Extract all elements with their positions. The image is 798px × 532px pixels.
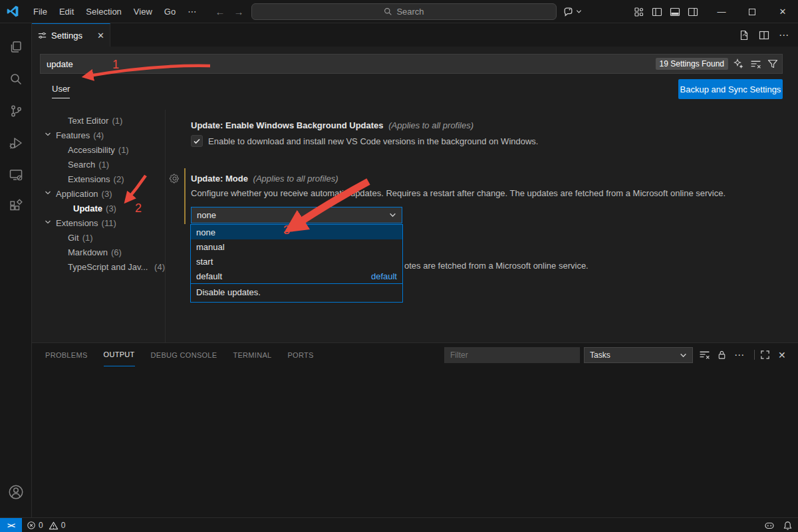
output-filter-box (444, 347, 580, 363)
split-editor-icon[interactable] (759, 30, 769, 41)
nav-back-icon[interactable]: ← (211, 6, 229, 17)
menu-file[interactable]: File (27, 0, 53, 23)
command-center-search[interactable]: Search (251, 3, 557, 20)
update-mode-select-value: none (197, 210, 216, 220)
remote-explorer-icon[interactable] (0, 160, 32, 190)
modified-setting-indicator (184, 168, 186, 224)
background-updates-checkbox[interactable] (191, 135, 203, 147)
update-mode-dropdown: none manual start defaultdefault Disable… (190, 224, 403, 303)
output-filter-input[interactable] (445, 350, 579, 360)
panel-tab-problems[interactable]: PROBLEMS (45, 343, 88, 366)
close-window-button[interactable]: ✕ (768, 0, 797, 23)
scope-tab-user[interactable]: User (52, 84, 70, 98)
menu-edit[interactable]: Edit (53, 0, 80, 23)
toc-item-search[interactable]: Search(1) (40, 157, 165, 172)
menu-go[interactable]: Go (158, 0, 182, 23)
remote-indicator[interactable]: >< (0, 518, 22, 532)
source-control-icon[interactable] (0, 96, 32, 126)
settings-search-input[interactable] (41, 59, 656, 69)
tab-settings[interactable]: Settings ✕ (32, 23, 110, 47)
command-center-placeholder: Search (396, 7, 424, 17)
menu-selection[interactable]: Selection (80, 0, 127, 23)
toc-splitter[interactable] (165, 110, 166, 342)
clear-output-icon[interactable] (699, 343, 710, 366)
errors-count: 0 (39, 521, 43, 530)
warnings-count: 0 (61, 521, 66, 530)
panel-tab-debug-console[interactable]: DEBUG CONSOLE (151, 343, 217, 366)
panel-more-actions-icon[interactable]: ⋯ (734, 343, 744, 366)
copilot-status-icon[interactable] (764, 520, 775, 531)
run-debug-icon[interactable] (0, 128, 32, 158)
copilot-menu-button[interactable] (563, 3, 582, 20)
dropdown-option-manual[interactable]: manual (191, 239, 402, 254)
customize-layout-icon[interactable] (634, 7, 644, 17)
chevron-down-icon (45, 131, 51, 138)
obscured-release-notes-text: otes are fetched from a Microsoft online… (404, 261, 589, 271)
setting-title-background-updates: Update: Enable Windows Background Update… (191, 120, 473, 130)
dropdown-option-default[interactable]: defaultdefault (191, 269, 402, 283)
setting-gear-icon[interactable] (169, 173, 180, 184)
toc-item-features[interactable]: Features(4) (40, 128, 165, 142)
lock-scroll-icon[interactable] (717, 343, 727, 366)
menu-overflow[interactable]: ⋯ (182, 0, 202, 23)
toc-item-application[interactable]: Application(3) (40, 186, 165, 201)
panel-actions-divider (754, 350, 755, 360)
output-channel-select[interactable]: Tasks (584, 347, 693, 363)
accounts-icon[interactable] (0, 477, 32, 507)
settings-toc: Text Editor(1) Features(4) Accessibility… (40, 113, 165, 274)
default-value-tag: default (371, 271, 397, 281)
errors-icon (27, 521, 36, 530)
menu-view[interactable]: View (128, 0, 158, 23)
setting-title-update-mode: Update: Mode (Applies to all profiles) (191, 174, 338, 184)
toggle-secondary-sidebar-icon[interactable] (688, 7, 698, 17)
search-view-icon[interactable] (0, 65, 32, 94)
clear-settings-search-icon[interactable] (750, 59, 761, 70)
toggle-primary-sidebar-icon[interactable] (652, 7, 662, 17)
settings-search-box: 19 Settings Found (40, 54, 783, 74)
explorer-icon[interactable] (0, 33, 32, 62)
tab-label: Settings (51, 31, 82, 41)
toc-item-accessibility[interactable]: Accessibility(1) (40, 142, 165, 157)
filter-settings-icon[interactable] (767, 59, 778, 69)
output-channel-value: Tasks (590, 350, 610, 360)
editor-tab-bar: Settings ✕ ⋯ (32, 23, 798, 47)
open-settings-json-icon[interactable] (739, 30, 749, 41)
update-mode-select[interactable]: none (191, 207, 402, 223)
toc-item-typescript[interactable]: TypeScript and Jav...(4) (40, 259, 165, 274)
toc-item-markdown[interactable]: Markdown(6) (40, 245, 165, 259)
toc-item-extensions-feature[interactable]: Extensions(2) (40, 172, 165, 186)
warnings-icon (49, 521, 59, 531)
notifications-bell-icon[interactable] (783, 521, 793, 531)
problems-indicator[interactable]: 0 0 (27, 518, 65, 532)
extensions-icon[interactable] (0, 192, 32, 221)
toc-item-text-editor[interactable]: Text Editor(1) (40, 113, 165, 128)
dropdown-option-start[interactable]: start (191, 254, 402, 269)
maximize-icon (749, 9, 755, 15)
editor-more-actions-icon[interactable]: ⋯ (779, 29, 789, 41)
search-icon (384, 7, 392, 16)
check-icon (193, 137, 201, 145)
panel-tab-terminal[interactable]: TERMINAL (233, 343, 271, 366)
panel-tab-output[interactable]: OUTPUT (104, 343, 135, 366)
toggle-panel-icon[interactable] (670, 7, 680, 17)
maximize-panel-icon[interactable] (760, 343, 770, 366)
minimize-button[interactable]: — (707, 0, 736, 23)
close-panel-icon[interactable]: ✕ (778, 343, 786, 366)
maximize-button[interactable] (737, 0, 767, 23)
dropdown-option-none[interactable]: none (191, 225, 402, 239)
settings-found-badge: 19 Settings Found (656, 58, 728, 70)
toc-item-update[interactable]: Update(3) (40, 201, 165, 215)
backup-sync-settings-button[interactable]: Backup and Sync Settings (678, 79, 783, 99)
title-bar: File Edit Selection View Go ⋯ ← → Search… (0, 0, 798, 23)
copilot-icon (563, 6, 574, 17)
nav-forward-icon[interactable]: → (230, 6, 247, 17)
chevron-down-icon (45, 190, 51, 196)
ai-search-icon[interactable] (733, 59, 744, 69)
toc-item-extensions[interactable]: Extensions(11) (40, 215, 165, 230)
settings-sliders-icon (37, 31, 47, 41)
vscode-logo-icon (6, 5, 19, 18)
toc-item-git[interactable]: Git(1) (40, 230, 165, 245)
tab-close-icon[interactable]: ✕ (97, 31, 104, 41)
panel-tab-ports[interactable]: PORTS (287, 343, 313, 366)
settings-editor: 19 Settings Found User Backup and Sync S… (32, 47, 798, 342)
